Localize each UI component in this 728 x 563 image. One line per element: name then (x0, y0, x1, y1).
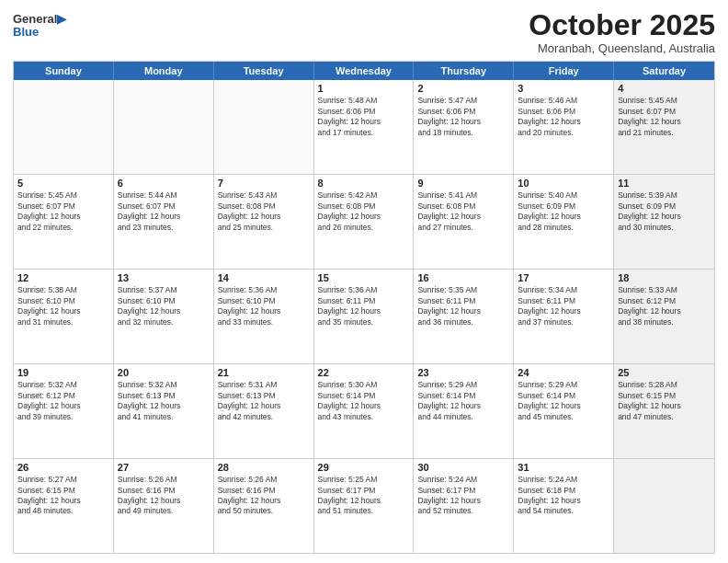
day-info: Sunrise: 5:48 AM Sunset: 6:06 PM Dayligh… (318, 96, 410, 138)
day-info: Sunrise: 5:41 AM Sunset: 6:08 PM Dayligh… (417, 190, 509, 233)
day-cell: 26Sunrise: 5:27 AM Sunset: 6:15 PM Dayli… (14, 459, 114, 553)
day-info: Sunrise: 5:46 AM Sunset: 6:06 PM Dayligh… (518, 96, 609, 138)
day-number: 22 (318, 367, 410, 378)
logo-blue: Blue (13, 25, 39, 39)
day-cell: 1Sunrise: 5:48 AM Sunset: 6:06 PM Daylig… (314, 80, 415, 174)
day-header-thursday: Thursday (414, 62, 514, 80)
day-number: 24 (518, 367, 609, 378)
week-row-1: 1Sunrise: 5:48 AM Sunset: 6:06 PM Daylig… (14, 80, 714, 175)
day-info: Sunrise: 5:36 AM Sunset: 6:10 PM Dayligh… (218, 285, 310, 327)
day-number: 5 (17, 178, 109, 189)
day-info: Sunrise: 5:32 AM Sunset: 6:13 PM Dayligh… (118, 380, 210, 422)
logo: General▶ Blue (13, 13, 66, 40)
day-info: Sunrise: 5:45 AM Sunset: 6:07 PM Dayligh… (618, 96, 711, 138)
day-info: Sunrise: 5:27 AM Sunset: 6:15 PM Dayligh… (17, 475, 109, 517)
day-number: 2 (417, 83, 509, 94)
day-number: 8 (318, 178, 410, 189)
logo-general: General (13, 12, 57, 26)
week-row-3: 12Sunrise: 5:38 AM Sunset: 6:10 PM Dayli… (14, 270, 714, 364)
day-number: 7 (218, 178, 310, 189)
day-number: 19 (17, 367, 109, 378)
day-info: Sunrise: 5:32 AM Sunset: 6:12 PM Dayligh… (17, 380, 109, 422)
day-number: 20 (118, 367, 210, 378)
day-cell: 17Sunrise: 5:34 AM Sunset: 6:11 PM Dayli… (514, 270, 614, 363)
day-info: Sunrise: 5:35 AM Sunset: 6:11 PM Dayligh… (417, 285, 509, 327)
day-number: 15 (318, 272, 410, 283)
day-cell: 24Sunrise: 5:29 AM Sunset: 6:14 PM Dayli… (514, 364, 614, 458)
day-cell: 5Sunrise: 5:45 AM Sunset: 6:07 PM Daylig… (14, 175, 114, 269)
day-cell: 22Sunrise: 5:30 AM Sunset: 6:14 PM Dayli… (314, 364, 415, 458)
calendar-body: 1Sunrise: 5:48 AM Sunset: 6:06 PM Daylig… (14, 80, 714, 553)
day-number: 12 (17, 272, 109, 283)
day-header-wednesday: Wednesday (314, 62, 415, 80)
page: General▶ Blue October 2025 Moranbah, Que… (0, 0, 728, 563)
calendar: SundayMondayTuesdayWednesdayThursdayFrid… (13, 61, 715, 554)
day-cell: 30Sunrise: 5:24 AM Sunset: 6:17 PM Dayli… (414, 459, 514, 553)
day-info: Sunrise: 5:43 AM Sunset: 6:08 PM Dayligh… (218, 190, 310, 233)
day-cell (14, 80, 114, 174)
title-block: October 2025 Moranbah, Queensland, Austr… (529, 9, 715, 55)
day-cell: 10Sunrise: 5:40 AM Sunset: 6:09 PM Dayli… (514, 175, 614, 269)
day-number: 16 (417, 272, 509, 283)
day-cell: 21Sunrise: 5:31 AM Sunset: 6:13 PM Dayli… (214, 364, 314, 458)
day-number: 11 (618, 178, 711, 189)
day-cell: 9Sunrise: 5:41 AM Sunset: 6:08 PM Daylig… (414, 175, 514, 269)
day-cell: 4Sunrise: 5:45 AM Sunset: 6:07 PM Daylig… (614, 80, 714, 174)
day-cell: 11Sunrise: 5:39 AM Sunset: 6:09 PM Dayli… (614, 175, 714, 269)
day-number: 27 (118, 462, 210, 473)
day-number: 31 (518, 462, 609, 473)
day-info: Sunrise: 5:29 AM Sunset: 6:14 PM Dayligh… (518, 380, 609, 422)
day-info: Sunrise: 5:28 AM Sunset: 6:15 PM Dayligh… (618, 380, 711, 422)
day-number: 6 (118, 178, 210, 189)
day-number: 23 (417, 367, 509, 378)
day-info: Sunrise: 5:31 AM Sunset: 6:13 PM Dayligh… (218, 380, 310, 422)
header: General▶ Blue October 2025 Moranbah, Que… (13, 9, 715, 55)
day-header-tuesday: Tuesday (214, 62, 314, 80)
day-cell: 18Sunrise: 5:33 AM Sunset: 6:12 PM Dayli… (614, 270, 714, 363)
day-cell: 14Sunrise: 5:36 AM Sunset: 6:10 PM Dayli… (214, 270, 314, 363)
day-info: Sunrise: 5:39 AM Sunset: 6:09 PM Dayligh… (618, 190, 711, 233)
day-cell: 6Sunrise: 5:44 AM Sunset: 6:07 PM Daylig… (114, 175, 214, 269)
day-number: 28 (218, 462, 310, 473)
day-info: Sunrise: 5:47 AM Sunset: 6:06 PM Dayligh… (417, 96, 509, 138)
day-cell: 20Sunrise: 5:32 AM Sunset: 6:13 PM Dayli… (114, 364, 214, 458)
day-header-saturday: Saturday (614, 62, 714, 80)
day-cell: 28Sunrise: 5:26 AM Sunset: 6:16 PM Dayli… (214, 459, 314, 553)
day-info: Sunrise: 5:26 AM Sunset: 6:16 PM Dayligh… (218, 475, 310, 517)
day-number: 9 (417, 178, 509, 189)
day-number: 14 (218, 272, 310, 283)
day-cell: 19Sunrise: 5:32 AM Sunset: 6:12 PM Dayli… (14, 364, 114, 458)
day-info: Sunrise: 5:42 AM Sunset: 6:08 PM Dayligh… (318, 190, 410, 233)
day-number: 4 (618, 83, 711, 94)
week-row-5: 26Sunrise: 5:27 AM Sunset: 6:15 PM Dayli… (14, 459, 714, 553)
day-number: 17 (518, 272, 609, 283)
day-info: Sunrise: 5:33 AM Sunset: 6:12 PM Dayligh… (618, 285, 711, 327)
day-cell: 27Sunrise: 5:26 AM Sunset: 6:16 PM Dayli… (114, 459, 214, 553)
week-row-2: 5Sunrise: 5:45 AM Sunset: 6:07 PM Daylig… (14, 175, 714, 270)
day-number: 1 (318, 83, 410, 94)
day-cell: 15Sunrise: 5:36 AM Sunset: 6:11 PM Dayli… (314, 270, 415, 363)
day-cell: 8Sunrise: 5:42 AM Sunset: 6:08 PM Daylig… (314, 175, 415, 269)
day-header-monday: Monday (114, 62, 214, 80)
day-cell: 7Sunrise: 5:43 AM Sunset: 6:08 PM Daylig… (214, 175, 314, 269)
day-cell: 25Sunrise: 5:28 AM Sunset: 6:15 PM Dayli… (614, 364, 714, 458)
day-header-friday: Friday (514, 62, 614, 80)
day-number: 25 (618, 367, 711, 378)
day-info: Sunrise: 5:36 AM Sunset: 6:11 PM Dayligh… (318, 285, 410, 327)
month-title: October 2025 (529, 9, 715, 41)
day-cell (214, 80, 314, 174)
day-number: 18 (618, 272, 711, 283)
day-info: Sunrise: 5:40 AM Sunset: 6:09 PM Dayligh… (518, 190, 609, 233)
day-number: 3 (518, 83, 609, 94)
day-info: Sunrise: 5:34 AM Sunset: 6:11 PM Dayligh… (518, 285, 609, 327)
day-number: 30 (417, 462, 509, 473)
day-number: 29 (318, 462, 410, 473)
day-cell: 31Sunrise: 5:24 AM Sunset: 6:18 PM Dayli… (514, 459, 614, 553)
day-headers: SundayMondayTuesdayWednesdayThursdayFrid… (14, 62, 714, 80)
day-info: Sunrise: 5:30 AM Sunset: 6:14 PM Dayligh… (318, 380, 410, 422)
day-info: Sunrise: 5:26 AM Sunset: 6:16 PM Dayligh… (118, 475, 210, 517)
day-info: Sunrise: 5:24 AM Sunset: 6:18 PM Dayligh… (518, 475, 609, 517)
day-info: Sunrise: 5:38 AM Sunset: 6:10 PM Dayligh… (17, 285, 109, 327)
day-cell (114, 80, 214, 174)
day-info: Sunrise: 5:25 AM Sunset: 6:17 PM Dayligh… (318, 475, 410, 517)
